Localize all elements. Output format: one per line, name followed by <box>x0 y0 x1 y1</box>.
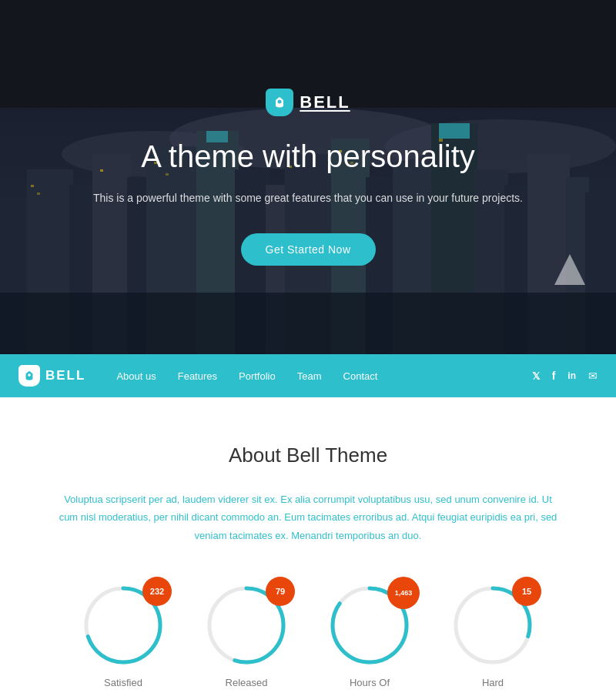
twitter-icon[interactable]: 𝕏 <box>532 370 540 382</box>
stat-badge-support: 1,463 <box>387 577 420 609</box>
nav-link-features[interactable]: Features <box>178 370 217 382</box>
stat-label-workers: HardWorkers <box>474 675 511 693</box>
get-started-button[interactable]: Get Started Now <box>241 233 376 266</box>
svg-point-37 <box>28 373 31 377</box>
nav-link-team[interactable]: Team <box>297 370 322 382</box>
stat-circle-support: 1,463 <box>327 583 412 668</box>
hero-logo-icon <box>266 89 293 116</box>
hero-section: BELL A theme with personality This is a … <box>0 0 616 354</box>
about-section: About Bell Theme Voluptua scripserit per… <box>0 397 616 693</box>
about-text-link: Eum tacimates erroribus ad. <box>284 511 410 523</box>
stat-badge-workers: 15 <box>512 577 541 606</box>
stat-circle-workers: 15 <box>450 583 535 668</box>
svg-point-36 <box>278 99 282 103</box>
nav-socials: 𝕏 f in ✉ <box>532 370 598 382</box>
stat-item-projects: 79 ReleasedProjects <box>204 583 289 693</box>
nav-logo-icon <box>18 365 40 387</box>
about-title: About Bell Theme <box>46 444 570 467</box>
stat-label-support: Hours OfSupport <box>350 675 390 693</box>
stat-badge-customers: 232 <box>142 577 172 606</box>
about-text: Voluptua scripserit per ad, laudem vider… <box>54 490 562 544</box>
hero-subtitle: This is a powerful theme with some great… <box>93 189 523 206</box>
stat-item-customers: 232 SatisfiedCustomers <box>81 583 166 693</box>
nav-links: About us Features Portfolio Team Contact <box>116 370 531 382</box>
hero-logo-text: BELL <box>300 92 350 112</box>
stat-circle-customers: 232 <box>81 583 166 668</box>
nav-link-about[interactable]: About us <box>116 370 156 382</box>
stat-item-workers: 15 HardWorkers <box>450 583 535 693</box>
stat-label-projects: ReleasedProjects <box>226 675 268 693</box>
nav-link-contact[interactable]: Contact <box>343 370 378 382</box>
stat-circle-projects: 79 <box>204 583 289 668</box>
stats-row: 232 SatisfiedCustomers 79 ReleasedProjec… <box>46 583 570 693</box>
facebook-icon[interactable]: f <box>552 370 556 382</box>
nav-link-portfolio[interactable]: Portfolio <box>239 370 276 382</box>
hero-background <box>0 0 616 354</box>
stat-badge-projects: 79 <box>266 577 295 606</box>
hero-logo: BELL <box>266 89 350 116</box>
hero-title: A theme with personality <box>141 139 475 174</box>
email-icon[interactable]: ✉ <box>588 370 598 382</box>
navbar: BELL About us Features Portfolio Team Co… <box>0 354 616 397</box>
nav-logo: BELL <box>18 365 85 387</box>
stat-label-customers: SatisfiedCustomers <box>99 675 148 693</box>
linkedin-icon[interactable]: in <box>567 370 576 381</box>
stat-item-support: 1,463 Hours OfSupport <box>327 583 412 693</box>
nav-logo-text: BELL <box>45 368 85 383</box>
